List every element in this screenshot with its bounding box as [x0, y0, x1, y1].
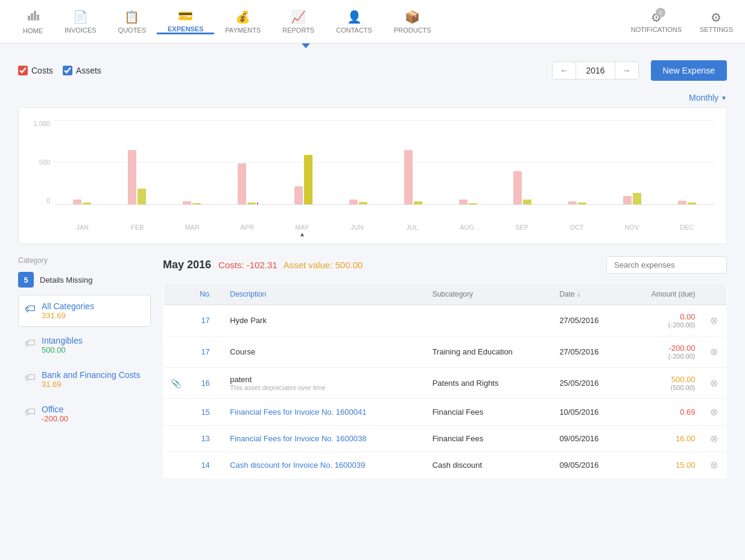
row-subcategory: Cash discount: [425, 452, 553, 479]
delete-button[interactable]: ⊗: [710, 347, 718, 357]
nav-item-payments[interactable]: 💰 PAYMENTS: [214, 10, 271, 34]
monthly-row: Monthly ▼: [18, 93, 727, 102]
chart-bar-may[interactable]: [294, 155, 312, 204]
next-year-button[interactable]: →: [615, 62, 638, 79]
delete-button[interactable]: ⊗: [710, 433, 718, 444]
row-subcategory: [425, 305, 553, 336]
row-amount: 0.00 (-200.00): [624, 305, 703, 336]
expenses-icon: 💳: [178, 8, 193, 23]
chart-bar-dec[interactable]: [678, 201, 696, 204]
chart-bar-aug[interactable]: [459, 200, 477, 204]
active-month-pointer: ▲: [293, 231, 311, 238]
row-action: ⊗: [703, 452, 727, 479]
chart-bar-jan[interactable]: [73, 200, 91, 204]
attach-cell: [163, 399, 189, 426]
nav-item-invoices[interactable]: 📄 INVOICES: [54, 10, 107, 34]
top-nav: HOME 📄 INVOICES 📋 QUOTES 💳 EXPENSES 💰 PA…: [0, 0, 745, 43]
chart-bar-jul[interactable]: [404, 150, 422, 204]
gear-icon: ⚙: [711, 10, 721, 25]
x-label-sep: SEP: [513, 224, 531, 231]
chart-bar-jun[interactable]: [349, 200, 367, 204]
chart-bar-sep[interactable]: [513, 171, 531, 204]
col-subcategory: Subcategory: [425, 284, 553, 305]
attach-cell: [163, 336, 189, 368]
year-nav: ← 2016 →: [552, 61, 638, 80]
products-icon: 📦: [405, 10, 420, 24]
cat-name-office: Office: [42, 404, 68, 414]
x-label-feb: FEB: [128, 224, 147, 231]
row-action: ⊗: [703, 305, 727, 336]
col-description[interactable]: Description: [223, 284, 425, 305]
chart-bar-apr[interactable]: [238, 163, 258, 204]
row-action: ⊗: [703, 368, 727, 399]
categories-panel: Category 5 Details Missing 🏷 All Categor…: [18, 256, 151, 479]
nav-notifications[interactable]: ⚙ 0 NOTIFICATIONS: [631, 10, 682, 33]
svg-rect-1: [31, 13, 33, 20]
search-input[interactable]: [606, 256, 727, 274]
tag-icon-all: 🏷: [25, 303, 36, 315]
row-no: 17: [188, 305, 223, 336]
monthly-dropdown-button[interactable]: Monthly ▼: [689, 93, 727, 102]
category-bank[interactable]: 🏷 Bank and Financing Costs 31.69: [18, 363, 151, 395]
section-title: May 2016: [163, 259, 211, 271]
chart-bar-feb[interactable]: [128, 150, 146, 204]
category-office[interactable]: 🏷 Office -200.00: [18, 398, 151, 430]
row-action: ⊗: [703, 336, 727, 368]
col-date[interactable]: Date ↓: [552, 284, 624, 305]
row-amount: 16.00: [624, 426, 703, 452]
cat-amount-all: 331.69: [42, 311, 94, 320]
delete-button[interactable]: ⊗: [710, 460, 718, 470]
toolbar: Costs Assets ← 2016 → New Expense: [18, 60, 727, 81]
x-label-nov: NOV: [623, 224, 641, 231]
nav-settings[interactable]: ⚙ SETTINGS: [700, 10, 733, 33]
category-all[interactable]: 🏷 All Categories 331.69: [18, 295, 151, 327]
delete-button[interactable]: ⊗: [710, 378, 718, 388]
chart-bar-nov[interactable]: [623, 193, 641, 204]
row-description: patent This asset depreciates over time: [223, 368, 425, 399]
reports-icon: 📈: [291, 10, 306, 24]
row-amount: -200.00 (-200.00): [624, 336, 703, 368]
x-label-jun: JUN: [348, 224, 366, 231]
row-subcategory: Financial Fees: [425, 426, 553, 452]
row-date: 27/05/2016: [552, 305, 624, 336]
nav-item-expenses[interactable]: 💳 EXPENSES: [157, 8, 214, 34]
row-no: 14: [188, 452, 223, 479]
notif-badge: 0: [656, 8, 665, 17]
x-label-apr: APR: [238, 224, 256, 231]
chart-bar-mar[interactable]: [183, 201, 201, 204]
nav-item-quotes[interactable]: 📋 QUOTES: [107, 10, 157, 34]
table-row: 17 Course Training and Education 27/05/2…: [163, 336, 727, 368]
assets-checkbox-label[interactable]: Assets: [63, 66, 101, 75]
row-no: 16: [188, 368, 223, 399]
delete-button[interactable]: ⊗: [710, 407, 718, 417]
delete-button[interactable]: ⊗: [710, 315, 718, 326]
prev-year-button[interactable]: ←: [553, 62, 575, 79]
row-no: 13: [188, 426, 223, 452]
row-amount: 500.00 (500.00): [624, 368, 703, 399]
costs-checkbox-label[interactable]: Costs: [18, 66, 53, 75]
costs-checkbox[interactable]: [18, 66, 28, 75]
row-no: 17: [188, 336, 223, 368]
nav-item-products[interactable]: 📦 PRODUCTS: [383, 10, 442, 34]
nav-item-reports[interactable]: 📈 REPORTS: [271, 10, 325, 34]
cat-amount-intangibles: 500.00: [42, 345, 83, 354]
x-label-aug: AUG: [458, 224, 476, 231]
assets-checkbox[interactable]: [63, 66, 72, 75]
y-label-0: 0: [31, 197, 50, 204]
main-section: Category 5 Details Missing 🏷 All Categor…: [18, 256, 727, 479]
cat-name-all: All Categories: [42, 301, 94, 311]
row-description: Hyde Park: [223, 305, 425, 336]
dropdown-arrow-icon: ▼: [721, 95, 727, 101]
nav-item-home[interactable]: HOME: [12, 8, 54, 34]
category-intangibles[interactable]: 🏷 Intangibles 500.00: [18, 329, 151, 361]
expenses-table: No. Description Subcategory Date ↓ Amoun…: [163, 283, 727, 479]
new-expense-button[interactable]: New Expense: [651, 60, 727, 81]
chart-area: 1,000 500 0: [18, 107, 727, 244]
nav-item-contacts[interactable]: 👤 CONTACTS: [325, 10, 383, 34]
details-missing-item[interactable]: 5 Details Missing: [18, 272, 151, 288]
chart-bar-oct[interactable]: [568, 201, 586, 204]
payments-icon: 💰: [235, 10, 250, 24]
attach-cell: [163, 426, 189, 452]
svg-rect-0: [28, 16, 30, 20]
tag-icon-office: 🏷: [25, 406, 36, 418]
